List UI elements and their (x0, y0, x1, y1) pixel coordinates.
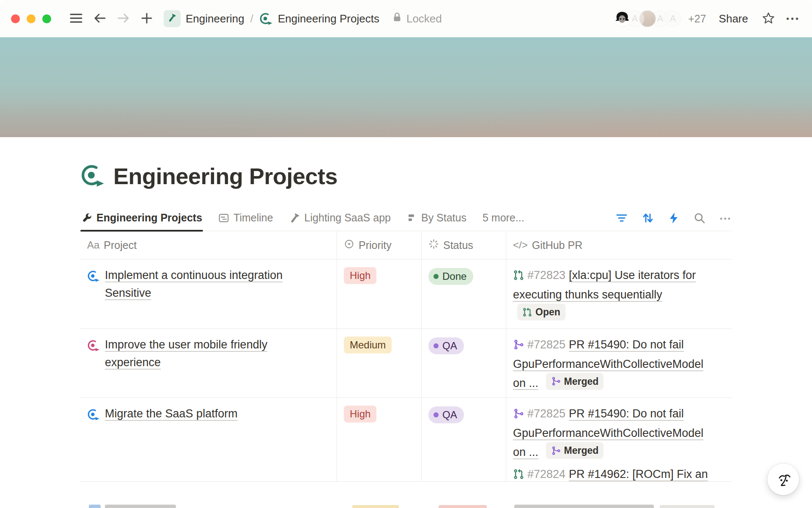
pr-number: #72825 (527, 338, 565, 351)
back-arrow-icon (93, 12, 106, 25)
tab-label: Engineering Projects (96, 212, 202, 224)
project-cell[interactable]: Migrate the SaaS platform (80, 398, 337, 482)
table-body: Implement a continuous integration Sensi… (80, 260, 732, 482)
priority-cell[interactable]: Medium (337, 329, 422, 398)
priority-tag: High (344, 267, 376, 284)
page-title[interactable]: Engineering Projects (113, 163, 337, 189)
pr-merged-icon (551, 376, 561, 386)
topbar-right: A A A +27 Share ••• (613, 9, 800, 28)
wrench-icon (81, 213, 92, 224)
column-label: GitHub PR (532, 239, 582, 251)
collaborator-avatars: A A A (613, 9, 682, 28)
breadcrumb-workspace-chip[interactable] (164, 10, 181, 27)
status-cell[interactable]: Done (422, 260, 506, 329)
pr-merged-icon (551, 446, 561, 456)
topbar-more-button[interactable]: ••• (786, 14, 800, 24)
sort-icon[interactable] (642, 212, 654, 226)
hamburger-icon (70, 13, 82, 25)
board-icon (407, 213, 417, 223)
close-window-button[interactable] (11, 14, 20, 23)
pr-mention[interactable]: #72825PR #15490: Do not fail GpuPerforma… (513, 336, 712, 392)
column-header-github-pr[interactable]: </> GitHub PR (506, 231, 732, 259)
project-title-link[interactable]: Migrate the SaaS platform (105, 405, 325, 422)
priority-tag: High (344, 406, 376, 422)
column-header-status[interactable]: Status (422, 231, 506, 259)
column-label: Status (443, 239, 473, 251)
filter-icon[interactable] (616, 213, 628, 225)
collaborators-overflow-count[interactable]: +27 (688, 13, 706, 25)
tab-more-views[interactable]: 5 more... (482, 212, 525, 231)
share-button[interactable]: Share (719, 12, 748, 25)
github-pr-cell[interactable]: #72825PR #15490: Do not fail GpuPerforma… (506, 329, 718, 398)
zoom-window-button[interactable] (42, 14, 51, 23)
priority-cell[interactable]: High (337, 260, 422, 329)
favorite-button[interactable] (762, 11, 775, 26)
notion-ai-button[interactable] (767, 463, 799, 495)
column-header-priority[interactable]: Priority (337, 231, 422, 259)
pr-status-badge: Merged (546, 442, 604, 459)
view-toolbar: ••• (616, 212, 732, 231)
forward-arrow-icon (117, 12, 130, 25)
notion-ai-face-icon (772, 468, 794, 491)
project-cell[interactable]: Implement a continuous integration Sensi… (80, 260, 337, 329)
project-title-link[interactable]: Improve the user mobile friendly experie… (105, 336, 325, 371)
column-header-project[interactable]: Aa Project (80, 231, 337, 259)
table-row: Implement a continuous integration Sensi… (80, 260, 732, 329)
status-tag: QA (428, 337, 464, 354)
forward-button[interactable] (117, 12, 130, 25)
hammer-icon (289, 213, 300, 224)
github-pr-cell[interactable]: #72823[xla:cpu] Use iterators for execut… (506, 260, 718, 329)
lock-status[interactable]: Locked (392, 12, 442, 26)
project-title-link[interactable]: Implement a continuous integration Sensi… (105, 266, 325, 302)
minimize-window-button[interactable] (27, 14, 36, 23)
avatar[interactable] (613, 9, 631, 28)
view-tabs: Engineering Projects Timeline Lighting S… (80, 209, 732, 231)
pr-merged-icon (513, 337, 524, 355)
pr-mention[interactable]: #72823[xla:cpu] Use iterators for execut… (513, 266, 712, 323)
pr-number: #72824 (527, 468, 565, 480)
select-icon (344, 239, 354, 252)
new-page-button[interactable] (141, 12, 153, 25)
hammer-icon (167, 12, 177, 25)
pr-mention[interactable]: #72824PR #14962: [ROCm] Fix an issue wit… (513, 465, 712, 482)
tab-lighting-saas-app[interactable]: Lighting SaaS app (288, 212, 392, 231)
next-row-peek (0, 482, 812, 508)
table-row: Migrate the SaaS platform High QA #72825… (80, 398, 732, 482)
page-cover[interactable] (0, 37, 812, 137)
breadcrumb: Engineering / Engineering Projects (164, 10, 379, 27)
status-cell[interactable]: QA (422, 398, 506, 482)
cycle-icon[interactable] (80, 164, 105, 188)
back-button[interactable] (93, 12, 106, 25)
pr-open-icon (513, 467, 524, 482)
bolt-icon[interactable] (668, 212, 679, 226)
tab-label: 5 more... (483, 212, 524, 224)
next-row-priority-peek (352, 505, 399, 508)
breadcrumb-workspace[interactable]: Engineering (186, 12, 244, 25)
text-property-icon: Aa (87, 239, 99, 251)
sidebar-menu-button[interactable] (70, 13, 82, 25)
table-row: Improve the user mobile friendly experie… (80, 329, 732, 398)
cycle-icon (259, 12, 273, 25)
column-label: Priority (359, 239, 392, 251)
view-more-icon[interactable]: ••• (720, 215, 732, 224)
app-window: Engineering / Engineering Projects Locke… (0, 0, 812, 508)
breadcrumb-page[interactable]: Engineering Projects (278, 12, 379, 25)
project-cell[interactable]: Improve the user mobile friendly experie… (80, 329, 337, 398)
tab-by-status[interactable]: By Status (406, 212, 467, 231)
code-icon: </> (513, 239, 528, 251)
next-row-pr-peek (514, 505, 654, 508)
cycle-icon (87, 339, 100, 356)
tab-timeline[interactable]: Timeline (217, 212, 274, 231)
pr-mention[interactable]: #72825PR #15490: Do not fail GpuPerforma… (513, 405, 712, 461)
tab-engineering-projects[interactable]: Engineering Projects (80, 212, 203, 231)
next-row-title-peek (105, 505, 176, 508)
pr-open-icon (513, 268, 524, 286)
status-cell[interactable]: QA (422, 329, 506, 398)
tab-label: Timeline (233, 212, 273, 224)
search-icon[interactable] (694, 212, 705, 226)
page-title-row: Engineering Projects (80, 161, 732, 191)
priority-cell[interactable]: High (337, 398, 422, 482)
timeline-icon (218, 213, 229, 224)
table-header: Aa Project Priority Status </> GitHub PR (80, 231, 732, 260)
github-pr-cell[interactable]: #72825PR #15490: Do not fail GpuPerforma… (506, 398, 718, 482)
